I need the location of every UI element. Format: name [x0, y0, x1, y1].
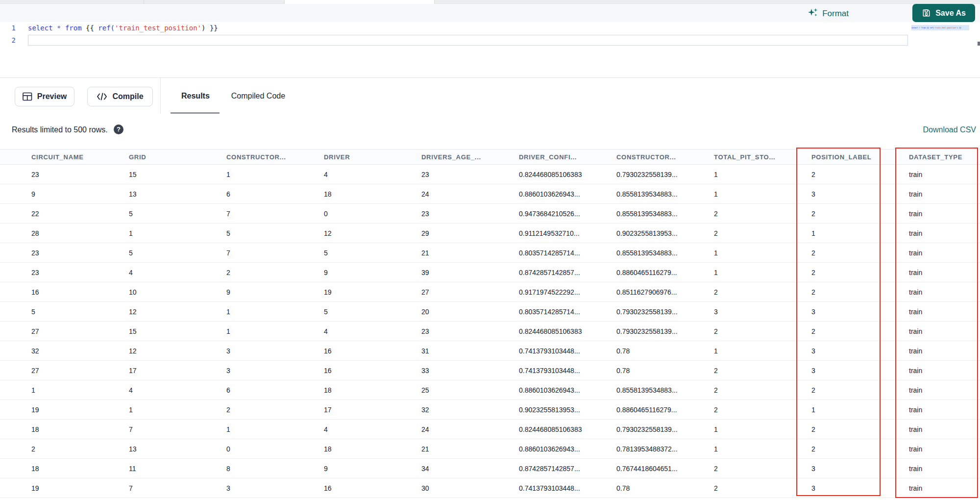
table-cell: train	[878, 322, 980, 341]
table-cell: 19	[293, 282, 390, 301]
table-cell: 1	[683, 184, 780, 203]
results-tabs: ResultsCompiled Code	[171, 78, 296, 114]
sql-code-line-1[interactable]: select * from {{ ref('train_test_positio…	[28, 22, 218, 34]
table-cell: 33	[390, 361, 488, 380]
code-token-plain	[61, 24, 65, 32]
divider	[160, 78, 161, 114]
table-cell: 25	[390, 380, 488, 400]
table-header-row: CIRCUIT_NAMEGRIDCONSTRUCTOR...DRIVERDRIV…	[0, 149, 980, 165]
table-cell: 16	[293, 361, 390, 380]
table-cell: 0.8035714285714...	[488, 243, 585, 262]
tab-results[interactable]: Results	[171, 78, 220, 114]
table-cell: 1	[683, 341, 780, 360]
table-cell: 5	[293, 243, 390, 262]
table-cell: 39	[390, 263, 488, 282]
column-header-drivers_age_: DRIVERS_AGE_...	[390, 150, 488, 164]
table-cell: 23	[390, 165, 488, 184]
table-cell: 0.8558139534883...	[585, 243, 683, 262]
editor-toolbar: Format Save As	[0, 4, 980, 22]
code-token-plain: {{	[82, 24, 98, 32]
table-cell: 15	[98, 165, 195, 184]
tab-compiled-code[interactable]: Compiled Code	[220, 78, 296, 114]
table-cell: 0.7674418604651...	[585, 459, 683, 478]
tab-separator	[144, 0, 144, 4]
table-cell: 12	[98, 341, 195, 360]
table-cell: train	[878, 459, 980, 478]
table-cell: 3	[195, 361, 293, 380]
tab-separator	[284, 0, 285, 4]
column-header-total_pit_sto: TOTAL_PIT_STO...	[683, 150, 780, 164]
sql-code-editor[interactable]: 1 2 select * from {{ ref('train_test_pos…	[0, 22, 980, 77]
table-cell: 34	[390, 459, 488, 478]
table-cell: 3	[780, 184, 878, 203]
table-cell: 4	[293, 322, 390, 341]
table-cell: 11	[98, 459, 195, 478]
editor-scrollbar-thumb[interactable]	[978, 42, 980, 46]
table-cell: 5	[293, 302, 390, 321]
column-header-driver: DRIVER	[293, 150, 390, 164]
table-cell: 6	[195, 184, 293, 203]
table-cell: 2	[780, 263, 878, 282]
column-header-position_label: POSITION_LABEL	[780, 150, 878, 164]
format-button[interactable]: Format	[808, 8, 849, 20]
table-cell: 10	[98, 282, 195, 301]
compile-button[interactable]: Compile	[87, 87, 153, 106]
column-header-dataset_type: DATASET_TYPE	[878, 150, 980, 164]
table-row: 18714240.8244680851063830.7930232558139.…	[0, 420, 980, 439]
sparkles-icon	[808, 7, 818, 21]
table-cell: train	[878, 478, 980, 498]
row-limit-text: Results limited to 500 rows.	[12, 125, 108, 134]
table-cell: 2	[683, 400, 780, 419]
table-cell: 1	[683, 243, 780, 262]
table-cell: 20	[390, 302, 488, 321]
table-cell: 24	[390, 184, 488, 203]
table-cell: 0	[195, 439, 293, 458]
download-csv-link[interactable]: Download CSV	[923, 125, 977, 134]
table-cell: train	[878, 341, 980, 360]
table-cell: 0	[293, 204, 390, 223]
table-cell: 2	[780, 420, 878, 439]
preview-button[interactable]: Preview	[15, 87, 74, 106]
table-cell: train	[878, 420, 980, 439]
table-cell: 2	[780, 204, 878, 223]
table-cell: 7	[98, 478, 195, 498]
table-row: 14618250.8860103626943...0.8558139534883…	[0, 380, 980, 400]
table-cell: 3	[780, 302, 878, 321]
table-cell: train	[878, 243, 980, 262]
format-label: Format	[822, 9, 849, 19]
table-cell: 1	[195, 322, 293, 341]
table-cell: 19	[0, 478, 98, 498]
table-cell: 0.8860103626943...	[488, 184, 585, 203]
help-icon[interactable]: ?	[114, 125, 123, 134]
table-cell: 0.7813953488372...	[585, 439, 683, 458]
table-cell: 0.9473684210526...	[488, 204, 585, 223]
table-cell: 7	[195, 204, 293, 223]
active-editor-tab	[284, 0, 434, 4]
table-cell: 2	[683, 380, 780, 400]
table-cell: 18	[293, 184, 390, 203]
table-cell: 2	[683, 224, 780, 243]
table-row: 22570230.9473684210526...0.8558139534883…	[0, 204, 980, 224]
table-cell: 0.8860103626943...	[488, 439, 585, 458]
table-cell: 15	[98, 322, 195, 341]
table-cell: 0.7930232558139...	[585, 322, 683, 341]
table-cell: 3	[195, 341, 293, 360]
save-as-label: Save As	[935, 9, 966, 18]
table-cell: 0.78	[585, 341, 683, 360]
save-as-button[interactable]: Save As	[912, 4, 975, 22]
results-info-bar: Results limited to 500 rows. ? Download …	[0, 114, 980, 149]
column-header-constructor: CONSTRUCTOR...	[585, 150, 683, 164]
table-cell: 12	[293, 224, 390, 243]
table-cell: 9	[195, 282, 293, 301]
table-cell: 2	[683, 478, 780, 498]
table-cell: 3	[780, 341, 878, 360]
table-cell: train	[878, 204, 980, 223]
table-cell: 31	[390, 341, 488, 360]
table-cell: 1	[683, 439, 780, 458]
editor-minimap[interactable]: select * from {{ ref('train_test_positio…	[911, 25, 969, 30]
table-cell: 3	[195, 478, 293, 498]
current-line-highlight[interactable]	[28, 35, 908, 46]
table-cell: 9	[293, 459, 390, 478]
table-cell: 18	[293, 439, 390, 458]
table-cell: train	[878, 165, 980, 184]
